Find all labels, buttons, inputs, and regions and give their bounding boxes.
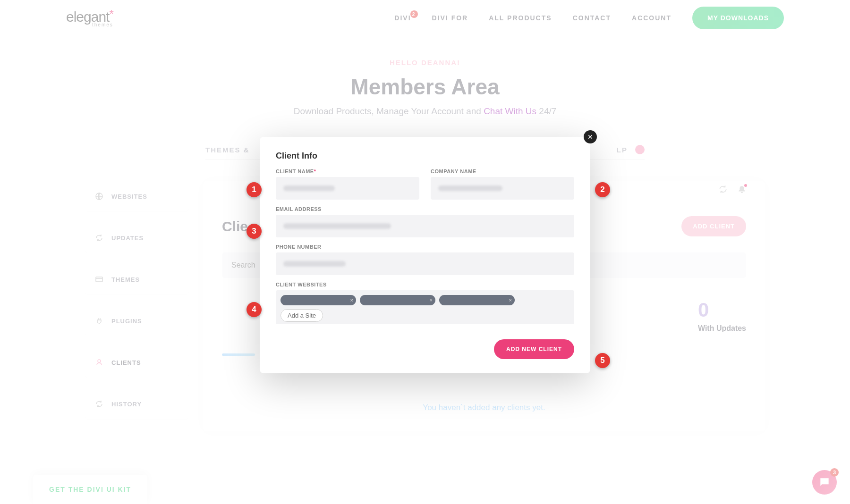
modal-title: Client Info (276, 151, 574, 161)
annotation-4: 4 (246, 302, 262, 317)
tag-remove-icon[interactable]: × (509, 297, 512, 303)
tag-remove-icon[interactable]: × (350, 297, 353, 303)
annotation-5: 5 (595, 353, 610, 368)
annotation-1: 1 (246, 182, 262, 197)
phone-label: PHONE NUMBER (276, 244, 574, 250)
phone-input[interactable] (276, 252, 574, 275)
client-name-input[interactable] (276, 177, 419, 200)
add-new-client-button[interactable]: ADD NEW CLIENT (494, 339, 574, 359)
website-tag[interactable]: × (280, 295, 356, 305)
website-tag[interactable]: × (439, 295, 515, 305)
company-name-label: COMPANY NAME (431, 168, 574, 174)
email-input[interactable] (276, 215, 574, 237)
close-icon[interactable]: ✕ (584, 130, 597, 143)
annotation-3: 3 (246, 224, 262, 239)
annotation-2: 2 (595, 182, 610, 197)
add-site-button[interactable]: Add a Site (280, 309, 323, 322)
website-tags-input[interactable]: × × × Add a Site (276, 290, 574, 324)
websites-label: CLIENT WEBSITES (276, 282, 574, 287)
company-name-input[interactable] (431, 177, 574, 200)
client-info-modal: ✕ Client Info CLIENT NAME* COMPANY NAME … (260, 137, 590, 373)
website-tag[interactable]: × (360, 295, 435, 305)
client-name-label: CLIENT NAME* (276, 168, 419, 174)
tag-remove-icon[interactable]: × (430, 297, 433, 303)
email-label: EMAIL ADDRESS (276, 206, 574, 212)
